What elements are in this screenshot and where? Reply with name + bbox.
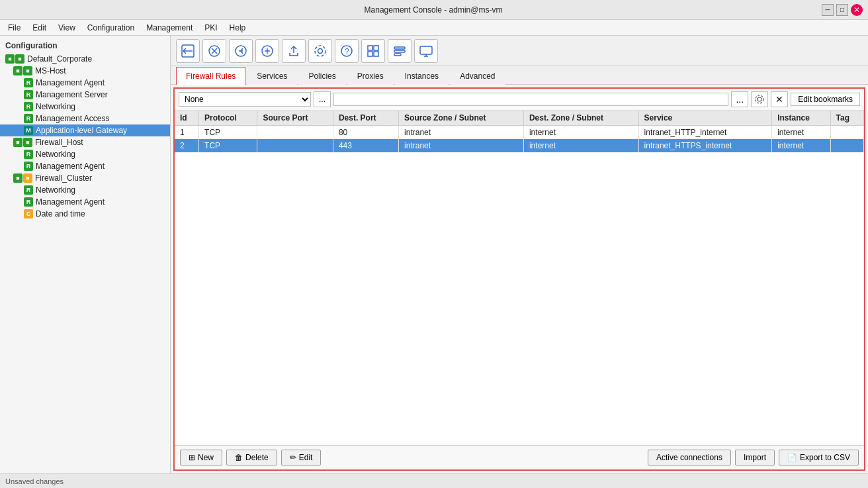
tab-policies[interactable]: Policies xyxy=(298,67,345,85)
filter-settings-icon[interactable] xyxy=(751,91,768,107)
toolbar-add-btn[interactable] xyxy=(255,39,279,63)
svg-rect-19 xyxy=(394,54,401,56)
filter-dots-button[interactable]: ... xyxy=(314,91,331,107)
col-header-source-port[interactable]: Source Port xyxy=(257,111,333,126)
toolbar-list-btn[interactable] xyxy=(388,39,412,63)
table-cell-protocol: TCP xyxy=(199,126,257,140)
toolbar-settings-btn[interactable] xyxy=(308,39,332,63)
menu-item-configuration[interactable]: Configuration xyxy=(82,22,140,34)
col-header-tag[interactable]: Tag xyxy=(830,111,863,126)
svg-rect-18 xyxy=(394,50,405,52)
menu-item-pki[interactable]: PKI xyxy=(199,22,222,34)
tab-instances[interactable]: Instances xyxy=(395,67,449,85)
svg-point-24 xyxy=(756,95,763,103)
tabs: Firewall RulesServicesPoliciesProxiesIns… xyxy=(171,66,868,85)
toolbar-sync-btn[interactable] xyxy=(202,39,226,63)
sidebar-item-firewall-cluster[interactable]: ■■Firewall_Cluster xyxy=(0,172,170,184)
col-header-id[interactable]: Id xyxy=(175,111,199,126)
titlebar: Management Console - admin@ms-vm ─ □ ✕ xyxy=(0,0,868,20)
toolbar-back-btn[interactable] xyxy=(176,39,200,63)
col-header-dest-zone-subnet[interactable]: Dest. Zone / Subnet xyxy=(523,111,638,126)
table-cell-tag xyxy=(830,139,863,152)
badge-management-server: R xyxy=(24,90,33,99)
svg-point-10 xyxy=(315,46,326,56)
table-cell-dest-zone-subnet: internet xyxy=(523,126,638,140)
close-button[interactable]: ✕ xyxy=(851,4,863,16)
sidebar-label-management-agent-1: Management Agent xyxy=(36,78,105,87)
edit-button[interactable]: ✏ Edit xyxy=(281,450,322,465)
delete-icon: 🗑 xyxy=(235,453,243,462)
table-cell-instance: internet xyxy=(772,139,830,152)
minimize-button[interactable]: ─ xyxy=(822,4,834,16)
toolbar-grid-btn[interactable] xyxy=(361,39,385,63)
col-header-source-zone-subnet[interactable]: Source Zone / Subnet xyxy=(399,111,524,126)
delete-button[interactable]: 🗑 Delete xyxy=(226,450,277,465)
menubar: FileEditViewConfigurationManagementPKIHe… xyxy=(0,20,868,36)
filter-select[interactable]: None xyxy=(179,92,311,107)
double-badge-default-corporate: ■■ xyxy=(5,54,24,64)
badge-management-agent-1: R xyxy=(24,78,33,87)
menu-item-help[interactable]: Help xyxy=(224,22,251,34)
sidebar-item-networking-3[interactable]: RNetworking xyxy=(0,184,170,196)
menu-item-view[interactable]: View xyxy=(53,22,81,34)
new-button[interactable]: ⊞ New xyxy=(180,450,222,465)
restore-button[interactable]: □ xyxy=(836,4,848,16)
menu-item-file[interactable]: File xyxy=(3,22,26,34)
table-area: None ... ... ✕ Edit bookmarks IdProtocol… xyxy=(173,87,865,471)
filter-search-dots-button[interactable]: ... xyxy=(731,91,748,107)
sidebar-item-firewall-host[interactable]: ■■Firewall_Host xyxy=(0,136,170,148)
svg-point-9 xyxy=(318,48,323,53)
col-header-protocol[interactable]: Protocol xyxy=(199,111,257,126)
sidebar-item-app-gateway[interactable]: MApplication-level Gateway xyxy=(0,124,170,136)
tab-firewall-rules[interactable]: Firewall Rules xyxy=(176,67,245,85)
export-button[interactable]: 📄 Export to CSV xyxy=(779,450,859,465)
sidebar-item-management-agent-3[interactable]: RManagement Agent xyxy=(0,196,170,208)
edit-bookmarks-button[interactable]: Edit bookmarks xyxy=(791,93,860,106)
col-header-instance[interactable]: Instance xyxy=(772,111,830,126)
table-cell-tag xyxy=(830,126,863,140)
table-row[interactable]: 2TCP443intranetinternetintranet_HTTPS_in… xyxy=(175,139,864,152)
tab-services[interactable]: Services xyxy=(247,67,297,85)
col-header-service[interactable]: Service xyxy=(638,111,772,126)
sidebar-label-networking-3: Networking xyxy=(36,185,75,195)
tab-proxies[interactable]: Proxies xyxy=(347,67,394,85)
sidebar-item-management-server[interactable]: RManagement Server xyxy=(0,89,170,101)
col-header-dest-port[interactable]: Dest. Port xyxy=(333,111,398,126)
statusbar: Unsaved changes xyxy=(0,473,868,488)
toolbar-upload-btn[interactable] xyxy=(282,39,306,63)
filter-search-input[interactable] xyxy=(333,93,728,106)
sidebar-item-default-corporate[interactable]: ■■Default_Corporate xyxy=(0,53,170,65)
sidebar-item-ms-host[interactable]: ■■MS-Host xyxy=(0,65,170,77)
active-connections-button[interactable]: Active connections xyxy=(648,450,731,465)
svg-rect-17 xyxy=(394,47,405,49)
double-badge-firewall-host: ■■ xyxy=(13,138,32,147)
sidebar-item-management-agent-1[interactable]: RManagement Agent xyxy=(0,77,170,89)
tab-advanced[interactable]: Advanced xyxy=(450,67,505,85)
toolbar-monitor-btn[interactable] xyxy=(414,39,438,63)
filter-x-icon[interactable]: ✕ xyxy=(771,91,788,107)
badge-date-time: C xyxy=(24,209,33,219)
svg-rect-13 xyxy=(368,46,372,50)
table-cell-dest-port: 80 xyxy=(333,126,398,140)
sidebar-label-app-gateway: Application-level Gateway xyxy=(36,126,127,135)
sidebar-item-management-access[interactable]: RManagement Access xyxy=(0,113,170,124)
table-cell-service: intranet_HTTPS_internet xyxy=(638,139,772,152)
sidebar-item-networking-1[interactable]: RNetworking xyxy=(0,101,170,113)
table-cell-source-zone-subnet: intranet xyxy=(399,126,524,140)
table-header-row: IdProtocolSource PortDest. PortSource Zo… xyxy=(175,111,864,126)
import-button[interactable]: Import xyxy=(735,450,775,465)
badge-networking-1: R xyxy=(24,102,33,111)
sidebar-item-management-agent-2[interactable]: RManagement Agent xyxy=(0,160,170,172)
sidebar-item-date-time[interactable]: CDate and time xyxy=(0,208,170,220)
toolbar-back2-btn[interactable] xyxy=(229,39,253,63)
menu-item-management[interactable]: Management xyxy=(141,22,198,34)
svg-rect-14 xyxy=(374,46,378,50)
table-cell-id: 2 xyxy=(175,139,199,152)
badge-management-agent-3: R xyxy=(24,197,33,207)
svg-point-23 xyxy=(758,97,761,101)
menu-item-edit[interactable]: Edit xyxy=(27,22,52,34)
sidebar-item-networking-2[interactable]: RNetworking xyxy=(0,148,170,160)
toolbar-help-btn[interactable]: ? xyxy=(335,39,359,63)
sidebar-label-firewall-host: Firewall_Host xyxy=(35,138,83,147)
table-row[interactable]: 1TCP80intranetinternetintranet_HTTP_inte… xyxy=(175,126,864,140)
